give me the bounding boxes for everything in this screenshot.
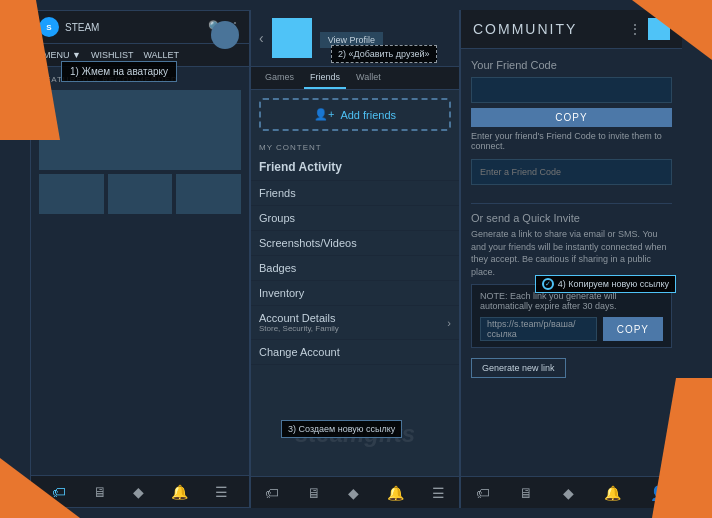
steam-logo-text: STEAM (65, 22, 99, 33)
divider (471, 203, 672, 204)
step1-tooltip: 1) Жмем на аватарку (61, 61, 177, 82)
step4-box: ✓ 4) Копируем новую ссылку NOTE: Each li… (471, 284, 672, 348)
friend-code-section: Your Friend Code COPY Enter your friend'… (471, 59, 672, 193)
middle-tabs: Games Friends Wallet (251, 67, 459, 90)
nav-account-sub: Store, Security, Family (259, 324, 339, 333)
left-bottom-bar: 🏷 🖥 ◆ 🔔 ☰ (31, 475, 249, 507)
left-panel-steam: S STEAM 🔍 ⋮ MENU ▼ WISHLIST WALLET 1) Жм… (30, 10, 250, 508)
featured-image (39, 90, 241, 170)
quick-invite-desc: Generate a link to share via email or SM… (471, 228, 672, 278)
community-header: COMMUNITY ⋮ (461, 10, 682, 49)
middle-panel-profile: ‹ View Profile 2) «Добавить друзей» Game… (250, 10, 460, 508)
back-arrow-icon[interactable]: ‹ (259, 30, 264, 46)
nav-wishlist[interactable]: WISHLIST (87, 48, 138, 62)
bottom-bell-icon[interactable]: 🔔 (171, 484, 188, 500)
nav-change-account[interactable]: Change Account (251, 340, 459, 365)
mid-bottom-tag-icon[interactable]: 🏷 (265, 485, 279, 501)
tab-wallet[interactable]: Wallet (350, 67, 387, 89)
enter-friend-code-input[interactable] (471, 159, 672, 185)
generate-link-button[interactable]: Generate new link (471, 358, 566, 378)
right-bottom-diamond-icon[interactable]: ◆ (563, 485, 574, 501)
bottom-diamond-icon[interactable]: ◆ (133, 484, 144, 500)
nav-badges[interactable]: Badges (251, 256, 459, 281)
steam-logo-icon: S (39, 17, 59, 37)
right-bottom-bell-icon[interactable]: 🔔 (604, 485, 621, 501)
add-friends-button[interactable]: 👤+ Add friends (259, 98, 451, 131)
nav-screenshots[interactable]: Screenshots/Videos (251, 231, 459, 256)
tab-games[interactable]: Games (259, 67, 300, 89)
right-content: Your Friend Code COPY Enter your friend'… (461, 49, 682, 476)
friend-code-label: Your Friend Code (471, 59, 672, 71)
quick-invite-label: Or send a Quick Invite (471, 212, 672, 224)
copy-link-button[interactable]: COPY (603, 317, 663, 341)
mid-bottom-menu-icon[interactable]: ☰ (432, 485, 445, 501)
nav-wallet[interactable]: WALLET (139, 48, 183, 62)
mid-bottom-diamond-icon[interactable]: ◆ (348, 485, 359, 501)
nav-arrow-icon: › (447, 317, 451, 329)
nav-friend-activity[interactable]: Friend Activity (251, 154, 459, 181)
check-icon: ✓ (542, 278, 554, 290)
bottom-tag-icon[interactable]: 🏷 (52, 484, 66, 500)
featured-small-2 (108, 174, 173, 214)
expire-note: NOTE: Each link you generate will automa… (480, 291, 663, 311)
bottom-menu-icon[interactable]: ☰ (215, 484, 228, 500)
right-panel-community: COMMUNITY ⋮ Your Friend Code COPY Enter … (460, 10, 682, 508)
add-friends-icon: 👤+ (314, 108, 334, 121)
invite-note: Enter your friend's Friend Code to invit… (471, 131, 672, 151)
quick-invite-section: Or send a Quick Invite Generate a link t… (471, 212, 672, 378)
friend-code-input[interactable] (471, 77, 672, 103)
right-bottom-bar: 🏷 🖥 ◆ 🔔 👤 (461, 476, 682, 508)
nav-groups[interactable]: Groups (251, 206, 459, 231)
middle-bottom-bar: 🏷 🖥 ◆ 🔔 ☰ (251, 476, 459, 508)
nav-friends[interactable]: Friends (251, 181, 459, 206)
community-dots-icon[interactable]: ⋮ (628, 21, 642, 37)
step2-label: 2) «Добавить друзей» (331, 45, 437, 63)
copy-code-button[interactable]: COPY (471, 108, 672, 127)
profile-avatar[interactable] (272, 18, 312, 58)
featured-small-3 (176, 174, 241, 214)
right-bottom-monitor-icon[interactable]: 🖥 (519, 485, 533, 501)
invite-link-text: https://s.team/p/ваша/ссылка (480, 317, 597, 341)
right-bottom-tag-icon[interactable]: 🏷 (476, 485, 490, 501)
nav-inventory[interactable]: Inventory (251, 281, 459, 306)
step4-label: ✓ 4) Копируем новую ссылку (535, 275, 676, 293)
community-title: COMMUNITY (473, 21, 577, 37)
bottom-monitor-icon[interactable]: 🖥 (93, 484, 107, 500)
step3-label: 3) Создаем новую ссылку (281, 420, 402, 438)
tab-friends[interactable]: Friends (304, 67, 346, 89)
featured-small-1 (39, 174, 104, 214)
mid-bottom-bell-icon[interactable]: 🔔 (387, 485, 404, 501)
nav-account-label: Account Details (259, 312, 339, 324)
my-content-label: MY CONTENT (251, 139, 459, 154)
link-row: https://s.team/p/ваша/ссылка COPY (480, 317, 663, 341)
avatar[interactable] (211, 21, 239, 49)
nav-account[interactable]: Account Details Store, Security, Family … (251, 306, 459, 340)
mid-bottom-monitor-icon[interactable]: 🖥 (307, 485, 321, 501)
steam-header: S STEAM 🔍 ⋮ (31, 11, 249, 44)
left-content: FEATURED & RECOMMENDED (31, 67, 249, 475)
